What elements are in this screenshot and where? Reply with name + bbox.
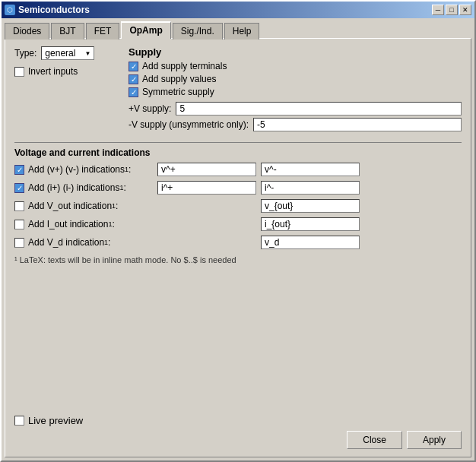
ipos-ineg-sup: 1 [119,184,123,191]
tab-bjt[interactable]: BJT [51,23,84,40]
ipos-ineg-text: Add (i+) (i-) indications [28,182,119,193]
symmetric-supply-checkbox[interactable] [129,87,138,97]
button-row: Close Apply [14,431,462,449]
indication-row-iout: Add I_out indication1: [14,217,462,231]
negative-supply-row: -V supply (unsymmetric only): [129,118,462,131]
dropdown-arrow-icon: ▼ [84,50,90,57]
invert-inputs-label: Invert inputs [28,66,78,77]
vpos-vneg-label: Add (v+) (v-) indications1: [14,164,151,175]
supply-items: Add supply terminals Add supply values S… [129,61,462,97]
iout-label: Add I_out indication1: [14,219,151,229]
vout-checkbox[interactable] [14,201,24,211]
iout-input[interactable] [261,217,360,231]
tab-fet[interactable]: FET [86,23,120,40]
type-dropdown[interactable]: general ▼ [41,46,94,60]
type-label: Type: [14,48,36,59]
vd-sup: 1 [104,239,108,246]
vpos-input[interactable] [157,163,256,176]
title-bar-left: ⬡ Semiconductors [5,5,90,15]
divider [14,142,462,143]
ineg-input[interactable] [261,181,360,195]
maximize-button[interactable]: □ [446,5,458,15]
add-supply-values-label: Add supply values [142,74,216,84]
positive-supply-row: +V supply: [129,102,462,115]
vout-label: Add V_out indication1: [14,201,151,211]
voltage-section-title: Voltage and current indications [14,147,462,158]
main-window: ⬡ Semiconductors ─ □ ✕ Diodes BJT FET Op… [0,0,476,462]
add-supply-values-row: Add supply values [129,74,462,84]
apply-button[interactable]: Apply [407,431,462,449]
type-section: Type: general ▼ Invert inputs [14,46,113,77]
invert-inputs-checkbox[interactable] [14,67,24,77]
supply-title: Supply [129,46,462,58]
iout-sup: 1 [108,220,112,228]
indication-row-ipos-ineg: Add (i+) (i-) indications1: [14,181,462,195]
add-supply-values-checkbox[interactable] [129,74,138,84]
iout-inputs [157,217,462,231]
close-button[interactable]: Close [347,431,402,449]
vpos-vneg-text: Add (v+) (v-) indications [28,164,125,175]
vd-input[interactable] [261,236,360,249]
supply-section: Supply Add supply terminals Add supply v… [129,46,462,131]
footnote: ¹ LaTeX: texts will be in inline math mo… [14,255,462,264]
indication-row-vd: Add V_d indication1: [14,236,462,249]
ipos-ineg-inputs [157,181,462,195]
vd-text: Add V_d indication [28,237,104,248]
tab-sig-ind[interactable]: Sig./Ind. [173,23,223,40]
vneg-input[interactable] [261,163,360,176]
tab-opamp[interactable]: OpAmp [121,21,170,39]
title-buttons: ─ □ ✕ [432,5,471,15]
live-preview-row: Live preview [14,415,462,426]
window-title: Semiconductors [18,5,90,15]
vpos-vneg-checkbox[interactable] [14,165,24,175]
vpos-vneg-inputs [157,163,462,176]
top-section: Type: general ▼ Invert inputs Supply [14,46,462,131]
tab-diodes[interactable]: Diodes [5,23,49,40]
iout-checkbox[interactable] [14,220,24,229]
symmetric-supply-label: Symmetric supply [142,87,214,97]
vd-inputs [157,236,462,249]
vpos-vneg-sup: 1 [125,166,129,173]
ipos-input[interactable] [157,181,256,195]
app-icon: ⬡ [5,5,15,15]
indication-row-vout: Add V_out indication1: [14,199,462,213]
ipos-ineg-label: Add (i+) (i-) indications1: [14,182,151,193]
live-preview-label: Live preview [28,415,83,426]
indication-grid: Add (v+) (v-) indications1: Add (i+) (i-… [14,163,462,249]
tab-help[interactable]: Help [224,23,260,40]
iout-text: Add I_out indication [28,219,108,229]
content-area: Type: general ▼ Invert inputs Supply [5,38,471,457]
add-supply-terminals-label: Add supply terminals [142,61,227,71]
positive-supply-label: +V supply: [129,103,171,114]
vout-text: Add V_out indication [28,201,112,211]
minimize-button[interactable]: ─ [432,5,444,15]
negative-supply-input[interactable] [253,118,462,131]
negative-supply-label: -V supply (unsymmetric only): [129,119,249,130]
vout-sup: 1 [112,202,116,210]
indication-row-vpos-vneg: Add (v+) (v-) indications1: [14,163,462,176]
positive-supply-input[interactable] [176,102,462,115]
type-value: general [45,48,75,59]
live-preview-checkbox[interactable] [14,416,24,426]
voltage-section: Voltage and current indications Add (v+)… [14,147,462,249]
add-supply-terminals-checkbox[interactable] [129,62,138,71]
add-supply-terminals-row: Add supply terminals [129,61,462,71]
tab-bar: Diodes BJT FET OpAmp Sig./Ind. Help [2,18,474,38]
symmetric-supply-row: Symmetric supply [129,87,462,97]
vd-checkbox[interactable] [14,238,24,248]
invert-inputs-row: Invert inputs [14,66,113,77]
bottom-section: Live preview Close Apply [14,409,462,449]
type-row: Type: general ▼ [14,46,113,60]
close-window-button[interactable]: ✕ [459,5,471,15]
vd-label: Add V_d indication1: [14,237,151,248]
vout-input[interactable] [261,199,360,213]
title-bar: ⬡ Semiconductors ─ □ ✕ [2,2,474,18]
vout-inputs [157,199,462,213]
ipos-ineg-checkbox[interactable] [14,183,24,193]
